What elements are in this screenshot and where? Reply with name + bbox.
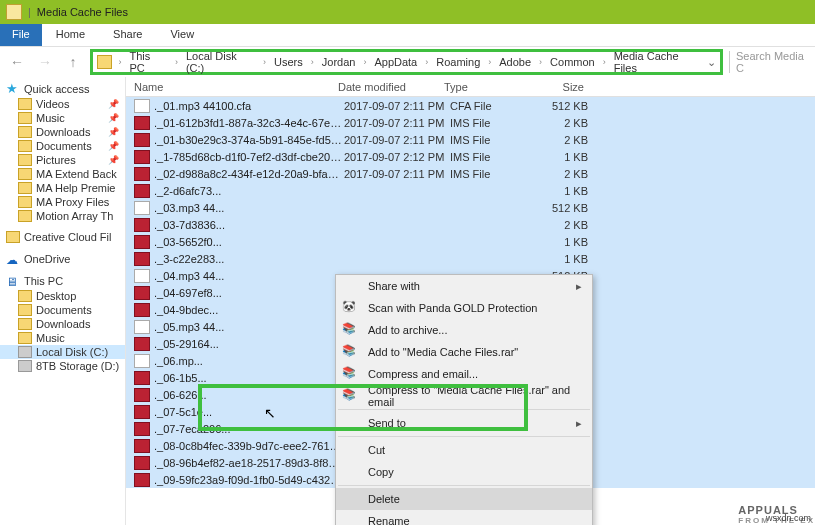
table-row[interactable]: ._03.mp3 44...512 KB [126, 199, 815, 216]
menu-add-rar[interactable]: 📚Add to "Media Cache Files.rar" [336, 341, 592, 363]
crumb-user[interactable]: Jordan [320, 56, 358, 68]
menu-rename[interactable]: Rename [336, 510, 592, 525]
chevron-right-icon[interactable]: › [173, 57, 180, 67]
chevron-right-icon[interactable]: › [601, 57, 608, 67]
chevron-right-icon[interactable]: › [261, 57, 268, 67]
folder-icon [18, 304, 32, 316]
crumb-drive[interactable]: Local Disk (C:) [184, 50, 257, 74]
view-tab[interactable]: View [156, 24, 208, 46]
crumb-users[interactable]: Users [272, 56, 305, 68]
sidebar-item[interactable]: 8TB Storage (D:) [0, 359, 125, 373]
table-row[interactable]: ._1-785d68cb-d1f0-7ef2-d3df-cbe200000...… [126, 148, 815, 165]
sidebar-item[interactable]: Music📌 [0, 111, 125, 125]
quick-access-label: Quick access [24, 83, 89, 95]
folder-icon [18, 290, 32, 302]
table-row[interactable]: ._03-7d3836...2 KB [126, 216, 815, 233]
table-row[interactable]: ._03-5652f0...1 KB [126, 233, 815, 250]
file-size: 2 KB [540, 219, 600, 231]
file-name: ._05-29164... [154, 338, 344, 350]
onedrive-header[interactable]: ☁OneDrive [0, 251, 125, 267]
sidebar-item[interactable]: Motion Array Th [0, 209, 125, 223]
sidebar-item[interactable]: MA Extend Back [0, 167, 125, 181]
back-button[interactable]: ← [6, 54, 28, 70]
file-name: ._01-612b3fd1-887a-32c3-4e4c-67ee0000... [154, 117, 344, 129]
sidebar-item[interactable]: Documents📌 [0, 139, 125, 153]
chevron-down-icon[interactable]: ⌄ [707, 56, 716, 69]
sidebar-item[interactable]: Desktop [0, 289, 125, 303]
sidebar-item[interactable]: Downloads📌 [0, 125, 125, 139]
chevron-right-icon[interactable]: › [537, 57, 544, 67]
file-tab[interactable]: File [0, 24, 42, 46]
crumb-common[interactable]: Common [548, 56, 597, 68]
menu-delete[interactable]: Delete [336, 488, 592, 510]
col-date[interactable]: Date modified [338, 81, 444, 93]
chevron-right-icon[interactable]: › [423, 57, 430, 67]
sidebar-item[interactable]: Documents [0, 303, 125, 317]
sidebar-item[interactable]: MA Proxy Files [0, 195, 125, 209]
file-size: 1 KB [540, 185, 600, 197]
quick-access-header[interactable]: ★Quick access [0, 81, 125, 97]
pin-icon: 📌 [108, 127, 119, 137]
sidebar-item[interactable]: Local Disk (C:) [0, 345, 125, 359]
chevron-right-icon[interactable]: › [361, 57, 368, 67]
col-size[interactable]: Size [534, 81, 594, 93]
menu-copy[interactable]: Copy [336, 461, 592, 483]
crumb-roaming[interactable]: Roaming [434, 56, 482, 68]
table-row[interactable]: ._01-b30e29c3-374a-5b91-845e-fd520000...… [126, 131, 815, 148]
file-icon [134, 354, 150, 368]
table-row[interactable]: ._2-d6afc73...1 KB [126, 182, 815, 199]
table-row[interactable]: ._02-d988a8c2-434f-e12d-20a9-bfa30000...… [126, 165, 815, 182]
chevron-right-icon[interactable]: › [309, 57, 316, 67]
home-tab[interactable]: Home [42, 24, 99, 46]
file-name: ._03-5652f0... [154, 236, 344, 248]
sidebar-item-label: Documents [36, 140, 92, 152]
menu-compress-rar-email[interactable]: 📚Compress to "Media Cache Files.rar" and… [336, 385, 592, 407]
menu-scan-panda[interactable]: 🐼Scan with Panda GOLD Protection [336, 297, 592, 319]
chevron-right-icon[interactable]: › [116, 57, 123, 67]
crumb-this-pc[interactable]: This PC [127, 50, 169, 74]
menu-send-to[interactable]: Send to▸ [336, 412, 592, 434]
archive-icon: 📚 [342, 388, 360, 404]
menu-cut[interactable]: Cut [336, 439, 592, 461]
file-name: ._09-59fc23a9-f09d-1fb0-5d49-c4320000... [154, 474, 344, 486]
table-row[interactable]: ._3-c22e283...1 KB [126, 250, 815, 267]
col-name[interactable]: Name [126, 81, 338, 93]
file-size: 512 KB [540, 100, 600, 112]
col-type[interactable]: Type [444, 81, 534, 93]
file-icon [134, 337, 150, 351]
title-bar: | Media Cache Files [0, 0, 815, 24]
this-pc-header[interactable]: 🖥This PC [0, 273, 125, 289]
cloud-icon: ☁ [6, 253, 20, 265]
sidebar-item-label: MA Proxy Files [36, 196, 109, 208]
forward-button[interactable]: → [34, 54, 56, 70]
folder-icon [18, 154, 32, 166]
crumb-adobe[interactable]: Adobe [497, 56, 533, 68]
file-icon [134, 269, 150, 283]
table-row[interactable]: ._01.mp3 44100.cfa2017-09-07 2:11 PMCFA … [126, 97, 815, 114]
sidebar-item[interactable]: Pictures📌 [0, 153, 125, 167]
sidebar-item[interactable]: Music [0, 331, 125, 345]
menu-share-with[interactable]: Share with▸ [336, 275, 592, 297]
menu-add-archive[interactable]: 📚Add to archive... [336, 319, 592, 341]
creative-cloud-label: Creative Cloud Fil [24, 231, 111, 243]
share-tab[interactable]: Share [99, 24, 156, 46]
sidebar-item[interactable]: MA Help Premie [0, 181, 125, 195]
folder-icon [18, 182, 32, 194]
file-icon [134, 218, 150, 232]
chevron-right-icon[interactable]: › [486, 57, 493, 67]
address-bar[interactable]: › This PC› Local Disk (C:)› Users› Jorda… [90, 49, 723, 75]
search-input[interactable]: Search Media C [729, 51, 809, 73]
up-button[interactable]: ↑ [62, 54, 84, 70]
crumb-appdata[interactable]: AppData [372, 56, 419, 68]
sidebar-item-label: Pictures [36, 154, 76, 166]
file-icon [134, 371, 150, 385]
file-icon [134, 405, 150, 419]
crumb-current[interactable]: Media Cache Files [612, 50, 703, 74]
table-row[interactable]: ._01-612b3fd1-887a-32c3-4e4c-67ee0000...… [126, 114, 815, 131]
sidebar-item[interactable]: Downloads [0, 317, 125, 331]
folder-icon [18, 112, 32, 124]
pin-icon: 📌 [108, 99, 119, 109]
menu-compress-email[interactable]: 📚Compress and email... [336, 363, 592, 385]
creative-cloud-header[interactable]: Creative Cloud Fil [0, 229, 125, 245]
sidebar-item[interactable]: Videos📌 [0, 97, 125, 111]
